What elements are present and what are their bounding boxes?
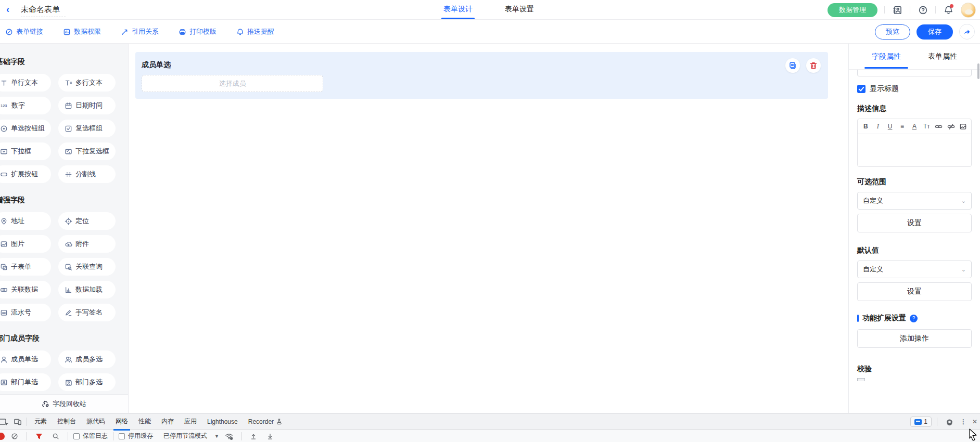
dropdown-multi-icon — [65, 148, 72, 155]
tab-field-properties[interactable]: 字段属性 — [869, 45, 904, 69]
devtools-tab-console[interactable]: 控制台 — [52, 413, 81, 430]
import-har-icon[interactable] — [247, 430, 260, 442]
devtools-tab-recorder[interactable]: Recorder — [243, 413, 288, 430]
field-signature[interactable]: 手写签名 — [58, 304, 116, 321]
device-toolbar-icon[interactable] — [11, 415, 24, 428]
field-dropdown-multi[interactable]: 下拉复选框 — [58, 142, 116, 160]
devtools-tab-sources[interactable]: 源代码 — [81, 413, 110, 430]
devtools-settings-gear-icon[interactable] — [943, 415, 956, 428]
export-har-icon[interactable] — [263, 430, 277, 442]
tab-form-properties[interactable]: 表单属性 — [925, 45, 960, 69]
map-pin-icon — [0, 217, 8, 225]
insert-link-button[interactable] — [934, 122, 944, 131]
align-button[interactable]: ≡ — [897, 122, 907, 131]
avatar[interactable] — [961, 3, 976, 18]
default-value-select[interactable]: 自定义⌄ — [857, 261, 972, 278]
push-reminder-action[interactable]: 推送提醒 — [236, 27, 274, 36]
description-textarea[interactable] — [858, 134, 971, 166]
underline-button[interactable]: U — [885, 122, 895, 131]
tab-form-settings[interactable]: 表单设置 — [505, 5, 534, 14]
select-member-input[interactable]: 选择成员 — [142, 75, 323, 92]
description-editor[interactable]: B I U ≡ A Tт — [857, 119, 972, 167]
italic-button[interactable]: I — [873, 122, 882, 131]
network-conditions-icon[interactable] — [222, 430, 236, 442]
field-member-single[interactable]: 成员单选 — [0, 350, 51, 368]
notification-bell-icon[interactable] — [943, 4, 954, 16]
devtools-tab-memory[interactable]: 内存 — [156, 413, 179, 430]
multi-text-icon — [65, 79, 72, 87]
optional-range-settings-button[interactable]: 设置 — [857, 214, 972, 232]
form-title[interactable]: 未命名表单 — [21, 5, 60, 15]
field-relation-query[interactable]: 关联查询 — [58, 258, 116, 276]
field-divider-line[interactable]: 分割线 — [58, 165, 116, 183]
optional-range-select[interactable]: 自定义⌄ — [857, 192, 972, 210]
devtools-tab-network[interactable]: 网络 — [110, 413, 133, 430]
duplicate-field-button[interactable] — [785, 58, 800, 73]
contacts-book-icon[interactable] — [892, 4, 903, 16]
show-title-checkbox-row[interactable]: 显示标题 — [857, 84, 972, 94]
field-data-load[interactable]: 数据加载 — [58, 281, 116, 298]
data-permission-action[interactable]: 数据权限 — [63, 27, 101, 36]
clear-network-icon[interactable] — [8, 430, 21, 442]
throttling-dropdown[interactable]: 已停用节流模式 ▼ — [163, 432, 219, 440]
record-network-button[interactable] — [0, 433, 5, 440]
devtools-tab-lighthouse[interactable]: Lighthouse — [202, 413, 243, 430]
field-address[interactable]: 地址 — [0, 212, 51, 230]
field-image[interactable]: 图片 — [0, 235, 51, 253]
field-datetime[interactable]: 日期时间 — [58, 97, 116, 114]
form-canvas[interactable]: 成员单选 选择成员 — [129, 44, 848, 413]
filter-funnel-icon[interactable] — [32, 430, 46, 442]
help-icon[interactable] — [917, 4, 928, 16]
data-manage-button[interactable]: 数据管理 — [828, 3, 877, 17]
devtools-tab-performance[interactable]: 性能 — [133, 413, 156, 430]
font-color-button[interactable]: A — [910, 122, 919, 131]
devtools-tab-elements[interactable]: 元素 — [29, 413, 52, 430]
search-icon[interactable] — [49, 430, 62, 442]
disable-cache-checkbox[interactable] — [119, 433, 125, 439]
delete-field-button[interactable] — [806, 58, 821, 73]
field-location[interactable]: 定位 — [58, 212, 116, 230]
help-question-icon[interactable]: ? — [910, 315, 918, 322]
font-size-button[interactable]: Tт — [922, 122, 931, 131]
save-button[interactable]: 保存 — [917, 24, 953, 40]
preserve-log-checkbox[interactable] — [73, 433, 80, 439]
form-link-action[interactable]: 表单链接 — [5, 27, 43, 36]
add-action-button[interactable]: 添加操作 — [857, 329, 972, 348]
reference-relation-action[interactable]: 引用关系 — [121, 27, 159, 36]
title-input-partial[interactable] — [857, 70, 972, 76]
field-radio-group[interactable]: 单选按钮组 — [0, 120, 51, 137]
field-subform[interactable]: 子表单 — [0, 258, 51, 276]
field-dropdown[interactable]: 下拉框 — [0, 142, 51, 160]
print-template-action[interactable]: 打印模版 — [179, 27, 217, 36]
checked-checkbox-icon[interactable] — [857, 85, 866, 93]
inspect-element-icon[interactable] — [0, 415, 11, 428]
field-number[interactable]: 数字 — [0, 97, 51, 114]
devtools-tab-application[interactable]: 应用 — [179, 413, 202, 430]
field-dept-multi[interactable]: 部门多选 — [58, 373, 116, 391]
back-chevron-icon[interactable]: ‹ — [6, 4, 9, 15]
field-single-line-text[interactable]: 单行文本 — [0, 74, 51, 92]
recycle-icon — [42, 400, 49, 408]
field-dept-single[interactable]: 部门单选 — [0, 373, 51, 391]
bold-button[interactable]: B — [861, 122, 870, 131]
devtools-kebab-menu[interactable]: ⋮ — [959, 415, 968, 428]
remove-link-button[interactable] — [946, 122, 956, 131]
field-extend-button[interactable]: 扩展按钮 — [0, 165, 51, 183]
preview-button[interactable]: 预览 — [875, 24, 910, 40]
field-recycle-bin[interactable]: 字段回收站 — [0, 394, 128, 413]
default-value-settings-button[interactable]: 设置 — [857, 282, 972, 301]
mouse-cursor — [969, 428, 979, 441]
field-multi-line-text[interactable]: 多行文本 — [58, 74, 116, 92]
tab-form-design[interactable]: 表单设计 — [443, 5, 473, 14]
selected-field-card[interactable]: 成员单选 选择成员 — [135, 52, 828, 99]
issues-counter[interactable]: 1 — [910, 417, 932, 427]
field-relation-data[interactable]: 关联数据 — [0, 281, 51, 298]
insert-image-button[interactable] — [959, 122, 968, 131]
field-serial-number[interactable]: 流水号 — [0, 304, 51, 321]
field-checkbox-group[interactable]: 复选框组 — [58, 120, 116, 137]
validation-checkbox-partial[interactable] — [857, 378, 865, 381]
devtools-close-button[interactable]: ✕ — [971, 415, 979, 428]
share-button[interactable] — [959, 24, 975, 40]
field-member-multi[interactable]: 成员多选 — [58, 350, 116, 368]
field-attachment[interactable]: 附件 — [58, 235, 116, 253]
